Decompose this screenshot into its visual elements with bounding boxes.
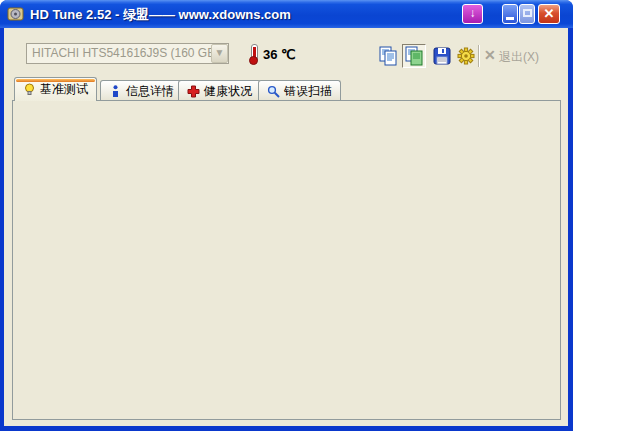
thermometer-icon (249, 44, 258, 65)
chevron-down-icon[interactable]: ▼ (211, 44, 228, 63)
magnifier-icon (267, 85, 280, 98)
exit-button[interactable]: 退出(X) (499, 49, 539, 66)
maximize-button[interactable] (519, 4, 535, 24)
titlebar: HD Tune 2.52 - 绿盟—— www.xdowns.com ↓ ✕ (0, 0, 573, 28)
copy-screenshot-button[interactable] (402, 44, 426, 68)
tab-label: 基准测试 (40, 81, 88, 98)
toolbar-separator (478, 45, 480, 67)
copy-screenshot-icon (404, 46, 424, 66)
copy-icon[interactable] (378, 46, 398, 66)
minimize-button[interactable] (502, 4, 518, 24)
drive-select-dropdown[interactable]: HITACHI HTS541616J9S (160 GB) (26, 43, 229, 64)
info-icon (109, 85, 122, 98)
tab-label: 错误扫描 (284, 83, 332, 100)
maximize-icon (523, 9, 532, 17)
temperature-readout: 36 ℃ (263, 47, 296, 62)
save-icon[interactable] (432, 46, 452, 66)
screenshot-canvas: HD Tune 2.52 - 绿盟—— www.xdowns.com ↓ ✕ H… (0, 0, 640, 431)
health-cross-icon (187, 85, 200, 98)
minimize-icon (506, 17, 514, 20)
window-title: HD Tune 2.52 - 绿盟—— www.xdowns.com (30, 6, 291, 24)
options-icon[interactable] (456, 46, 476, 66)
tab-benchmark[interactable]: 基准测试 (14, 77, 97, 101)
download-button[interactable]: ↓ (462, 4, 483, 24)
tab-label: 健康状况 (204, 83, 252, 100)
tab-scan[interactable]: 错误扫描 (258, 80, 341, 101)
hdtune-window: HD Tune 2.52 - 绿盟—— www.xdowns.com ↓ ✕ H… (0, 0, 573, 431)
benchmark-page (12, 100, 561, 420)
tab-info[interactable]: 信息详情 (100, 80, 183, 101)
close-button[interactable]: ✕ (538, 4, 560, 24)
tab-health[interactable]: 健康状况 (178, 80, 261, 101)
app-icon (7, 5, 24, 22)
exit-icon: ✕ (484, 47, 496, 63)
tab-label: 信息详情 (126, 83, 174, 100)
lightbulb-icon (23, 83, 36, 96)
